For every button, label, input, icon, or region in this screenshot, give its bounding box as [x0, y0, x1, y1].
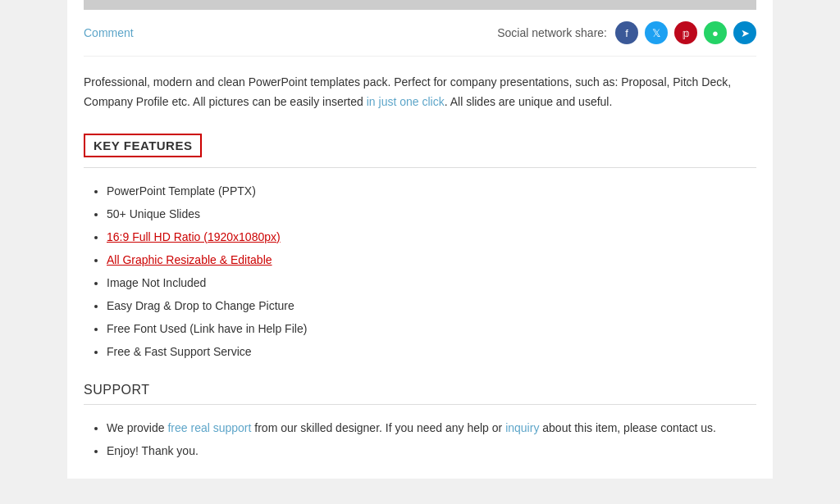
list-item: Free & Fast Support Service — [107, 340, 756, 363]
main-content: Comment Social network share: f 𝕏 𝕡 ● ➤ … — [67, 0, 773, 479]
support-section: SUPPORT We provide free real support fro… — [84, 383, 756, 462]
social-icons: f 𝕏 𝕡 ● ➤ — [615, 21, 756, 44]
list-item: We provide free real support from our sk… — [107, 416, 756, 439]
list-item: All Graphic Resizable & Editable — [107, 248, 756, 271]
description-highlight: in just one click — [367, 95, 445, 108]
key-features-title: KEY FEATURES — [84, 134, 202, 157]
social-row: Comment Social network share: f 𝕏 𝕡 ● ➤ — [84, 10, 756, 57]
features-list: PowerPoint Template (PPTX) 50+ Unique Sl… — [84, 179, 756, 363]
list-item: 16:9 Full HD Ratio (1920x1080px) — [107, 225, 756, 248]
whatsapp-icon[interactable]: ● — [704, 21, 727, 44]
facebook-icon[interactable]: f — [615, 21, 638, 44]
page-wrapper: Comment Social network share: f 𝕏 𝕡 ● ➤ … — [0, 0, 840, 504]
key-features-section: KEY FEATURES PowerPoint Template (PPTX) … — [84, 134, 756, 363]
support-highlight-free: free real support — [167, 421, 251, 434]
support-highlight-inquiry: inquiry — [505, 421, 539, 434]
support-divider — [84, 404, 756, 405]
list-item: Enjoy! Thank you. — [107, 439, 756, 462]
list-item: 50+ Unique Slides — [107, 202, 756, 225]
list-item: PowerPoint Template (PPTX) — [107, 179, 756, 202]
list-item: Free Font Used (Link have in Help File) — [107, 317, 756, 340]
support-list: We provide free real support from our sk… — [84, 416, 756, 462]
hd-ratio-link[interactable]: 16:9 Full HD Ratio (1920x1080px) — [107, 230, 281, 243]
telegram-icon[interactable]: ➤ — [733, 21, 756, 44]
support-title: SUPPORT — [84, 383, 756, 397]
social-section: Social network share: f 𝕏 𝕡 ● ➤ — [497, 21, 756, 44]
social-network-label: Social network share: — [497, 26, 607, 39]
graphic-resizable-link[interactable]: All Graphic Resizable & Editable — [107, 253, 272, 266]
list-item: Easy Drag & Drop to Change Picture — [107, 294, 756, 317]
twitter-icon[interactable]: 𝕏 — [645, 21, 668, 44]
top-image-bar — [84, 0, 756, 10]
comment-link[interactable]: Comment — [84, 26, 134, 39]
pinterest-icon[interactable]: 𝕡 — [674, 21, 697, 44]
features-divider — [84, 167, 756, 168]
description-paragraph: Professional, modern and clean PowerPoin… — [84, 57, 756, 120]
list-item: Image Not Included — [107, 271, 756, 294]
